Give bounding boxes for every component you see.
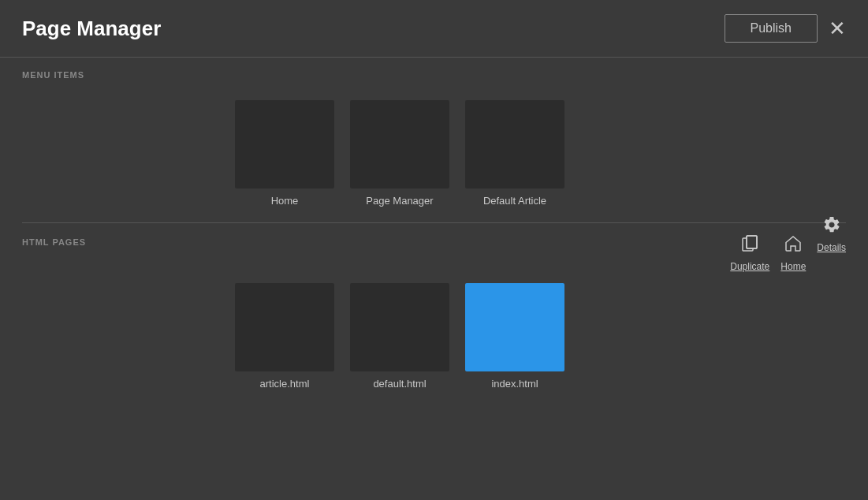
close-button[interactable]: ✕: [829, 18, 846, 39]
page-name-pagemanager: Page Manager: [366, 195, 433, 207]
page-thumbnail-home: [235, 100, 334, 188]
page-name-defaultarticle: Default Article: [483, 195, 546, 207]
list-item[interactable]: index.html: [465, 283, 564, 390]
menu-items-grid: Home Page Manager Default Article: [235, 92, 846, 215]
header-actions: Publish ✕: [725, 14, 846, 43]
html-pages-header: HTML PAGES Duplicate Hom: [0, 223, 868, 275]
page-thumbnail-article: [235, 283, 334, 371]
list-item[interactable]: default.html: [350, 283, 449, 390]
header: Page Manager Publish ✕: [0, 0, 868, 58]
page-title: Page Manager: [22, 17, 161, 41]
page-thumbnail-index: [465, 283, 564, 371]
home-label: Home: [780, 261, 806, 272]
gear-icon: [822, 215, 841, 239]
svg-rect-1: [747, 236, 757, 248]
list-item[interactable]: Page Manager: [350, 100, 449, 207]
list-item[interactable]: Default Article: [465, 100, 564, 207]
html-actions: Duplicate Home: [730, 234, 846, 272]
duplicate-icon: [740, 234, 759, 258]
html-pages-content: article.html default.html index.html: [0, 275, 868, 397]
duplicate-button[interactable]: Duplicate: [730, 234, 769, 272]
home-button[interactable]: Home: [780, 234, 806, 272]
details-button[interactable]: Details: [817, 234, 846, 253]
page-name-default: default.html: [373, 378, 426, 390]
page-name-home: Home: [271, 195, 299, 207]
page-thumbnail-defaultarticle: [465, 100, 564, 188]
html-pages-label: HTML PAGES: [22, 234, 86, 247]
list-item[interactable]: article.html: [235, 283, 334, 390]
page-name-article: article.html: [260, 378, 310, 390]
menu-items-section: MENU ITEMS Home Page Manager Default Art…: [0, 58, 868, 222]
page-manager: Page Manager Publish ✕ MENU ITEMS Home P…: [0, 0, 868, 500]
menu-items-label: MENU ITEMS: [22, 70, 846, 80]
home-icon: [784, 234, 803, 258]
html-pages-grid: article.html default.html index.html: [235, 275, 846, 397]
page-thumbnail-default: [350, 283, 449, 371]
duplicate-label: Duplicate: [730, 261, 769, 272]
list-item[interactable]: Home: [235, 100, 334, 207]
page-thumbnail-pagemanager: [350, 100, 449, 188]
page-name-index: index.html: [491, 378, 538, 390]
details-label: Details: [817, 242, 846, 253]
publish-button[interactable]: Publish: [725, 14, 818, 43]
